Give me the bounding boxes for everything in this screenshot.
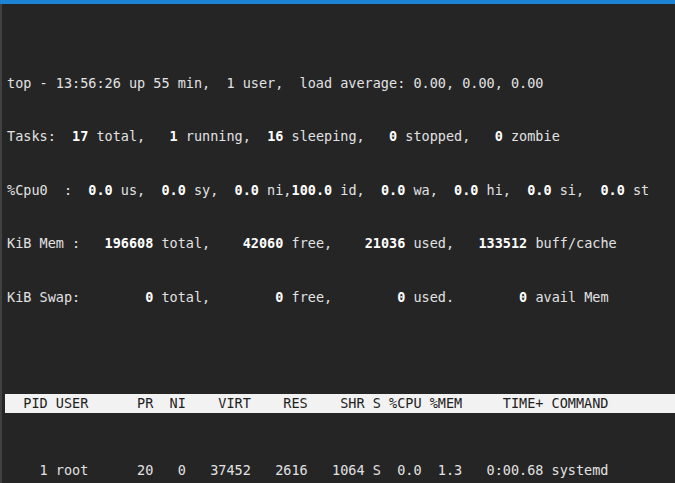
metric-label: avail Mem — [527, 289, 608, 305]
metric-label: ni, — [259, 182, 292, 198]
metric-label: zombie — [503, 128, 560, 144]
metric-value: 100.0 — [292, 182, 333, 198]
metric-value: 0 — [340, 289, 405, 305]
metric-value: 0.0 — [446, 182, 479, 198]
process-row-1: 1 root 20 0 37452 2616 1064 S 0.0 1.3 0:… — [7, 461, 675, 480]
metric-value: 0 — [218, 289, 283, 305]
metric-value: 0 — [373, 128, 397, 144]
metric-label: sleeping, — [283, 128, 372, 144]
summary-line-cpu: %Cpu0 : 0.0 us, 0.0 sy, 0.0 ni,100.0 id,… — [7, 180, 675, 201]
metric-value: 133512 — [462, 235, 527, 251]
metric-label: used, — [405, 235, 462, 251]
metric-label: hi, — [478, 182, 519, 198]
metric-label: id, — [332, 182, 373, 198]
metric-value: 196608 — [88, 235, 153, 251]
metric-value: 0 — [478, 128, 502, 144]
metric-label: buff/cache — [527, 235, 616, 251]
terminal-window: { "window": { "accent_strip_color": "#1d… — [0, 0, 675, 483]
process-table: 1 root 20 0 37452 2616 1064 S 0.0 1.3 0:… — [7, 461, 675, 483]
summary-line-uptime: top - 13:56:26 up 55 min, 1 user, load a… — [7, 73, 675, 94]
terminal-screen[interactable]: top - 13:56:26 up 55 min, 1 user, load a… — [0, 4, 675, 483]
summary-line-swap: KiB Swap: 0 total, 0 free, 0 used. 0 ava… — [7, 287, 675, 308]
metric-value: 21036 — [340, 235, 405, 251]
metric-value: 0.0 — [592, 182, 625, 198]
metric-label: running, — [178, 128, 259, 144]
summary-line-mem: KiB Mem : 196608 total, 42060 free, 2103… — [7, 233, 675, 254]
metric-label: si, — [552, 182, 593, 198]
metric-value: 0.0 — [153, 182, 186, 198]
metric-value: 17 — [64, 128, 88, 144]
metric-label: total, — [88, 128, 153, 144]
metric-value: 0.0 — [226, 182, 259, 198]
summary-line-tasks: Tasks: 17 total, 1 running, 16 sleeping,… — [7, 126, 675, 147]
metric-value: 0.0 — [80, 182, 113, 198]
metric-label: used. — [405, 289, 462, 305]
metric-value: 0 — [462, 289, 527, 305]
metric-label: Tasks: — [7, 128, 64, 144]
metric-value: 16 — [259, 128, 283, 144]
metric-value: 42060 — [218, 235, 283, 251]
metric-label: sy, — [186, 182, 227, 198]
metric-label: wa, — [405, 182, 446, 198]
metric-value: 0 — [88, 289, 153, 305]
metric-label: st — [625, 182, 649, 198]
metric-label: KiB Mem : — [7, 235, 88, 251]
metric-label: top - 13:56:26 up 55 min, 1 user, load a… — [7, 75, 543, 91]
top-summary: top - 13:56:26 up 55 min, 1 user, load a… — [7, 41, 675, 340]
metric-value: 1 — [153, 128, 177, 144]
process-table-header-text: PID USER PR NI VIRT RES SHR S %CPU %MEM … — [7, 395, 608, 411]
process-table-header: PID USER PR NI VIRT RES SHR S %CPU %MEM … — [5, 394, 675, 414]
metric-label: total, — [153, 289, 218, 305]
metric-label: %Cpu0 : — [7, 182, 80, 198]
metric-value: 0.0 — [519, 182, 552, 198]
metric-label: KiB Swap: — [7, 289, 88, 305]
metric-label: free, — [283, 235, 340, 251]
metric-label: free, — [283, 289, 340, 305]
metric-label: stopped, — [397, 128, 478, 144]
metric-value: 0.0 — [373, 182, 406, 198]
metric-label: us, — [113, 182, 154, 198]
metric-label: total, — [153, 235, 218, 251]
